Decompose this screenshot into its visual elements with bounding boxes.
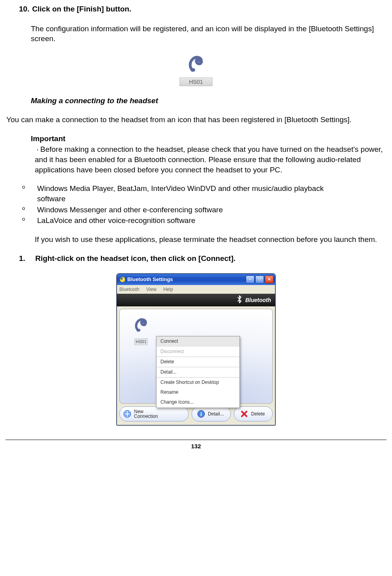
step-10-heading: 10. Click on the [Finish] button. bbox=[19, 4, 389, 14]
svg-text:i: i bbox=[200, 411, 202, 417]
step-1-text: Right-click on the headset icon, then cl… bbox=[35, 254, 236, 263]
context-menu-disconnect: Disconnect bbox=[156, 347, 239, 357]
new-connection-button[interactable]: New Connection bbox=[119, 406, 188, 421]
svg-point-1 bbox=[120, 277, 125, 282]
step-10-title: Click on the [Finish] button. bbox=[32, 5, 131, 13]
headset-icon bbox=[186, 53, 206, 73]
important-heading: Important bbox=[31, 134, 389, 144]
device-item-label: HS01 bbox=[134, 338, 148, 345]
svg-point-0 bbox=[190, 68, 195, 72]
detail-button[interactable]: i Detail... bbox=[192, 406, 231, 421]
device-area[interactable]: HS01 Connect Disconnect Delete Detail...… bbox=[119, 309, 273, 404]
menu-bluetooth[interactable]: Bluetooth bbox=[119, 287, 139, 292]
menu-help[interactable]: Help bbox=[163, 287, 173, 292]
delete-icon bbox=[240, 410, 249, 418]
new-connection-icon bbox=[123, 410, 132, 418]
context-menu-detail[interactable]: Detail... bbox=[156, 367, 239, 377]
context-menu: Connect Disconnect Delete Detail... Crea… bbox=[156, 336, 240, 408]
close-button[interactable]: ✕ bbox=[265, 276, 273, 283]
list-item: oLaLaVoice and other voice-recognition s… bbox=[22, 215, 389, 226]
bluetooth-banner: Bluetooth bbox=[117, 294, 275, 306]
headset-icon bbox=[132, 315, 150, 333]
step-1-heading: 1. Right-click on the headset icon, then… bbox=[19, 253, 389, 264]
svg-point-2 bbox=[121, 278, 123, 280]
list-item: oWindows Media Player, BeatJam, InterVid… bbox=[22, 183, 389, 204]
footer-rule bbox=[6, 440, 386, 440]
list-item: oWindows Messenger and other e-conferenc… bbox=[22, 205, 389, 215]
important-text: Before making a connection to the headse… bbox=[35, 145, 383, 174]
application-list: oWindows Media Player, BeatJam, InterVid… bbox=[3, 183, 389, 226]
window-titlebar[interactable]: Bluetooth Settings – □ ✕ bbox=[117, 274, 275, 285]
step-1-number: 1. bbox=[19, 253, 33, 264]
bluetooth-banner-text: Bluetooth bbox=[245, 296, 271, 304]
page-number: 132 bbox=[3, 442, 389, 450]
context-menu-rename[interactable]: Rename bbox=[156, 387, 239, 397]
section-heading-connecting: Making a connecting to the headset bbox=[31, 96, 389, 106]
menu-view[interactable]: View bbox=[146, 287, 156, 292]
device-item-hs01[interactable]: HS01 bbox=[128, 315, 154, 346]
info-icon: i bbox=[197, 410, 205, 418]
circle-bullet-icon: o bbox=[22, 215, 37, 223]
list-item-text: Windows Messenger and other e-conferenci… bbox=[37, 205, 337, 215]
delete-button[interactable]: Delete bbox=[234, 406, 273, 421]
context-menu-connect[interactable]: Connect bbox=[156, 336, 239, 346]
circle-bullet-icon: o bbox=[22, 205, 37, 212]
important-after-text: If you wish to use these applications, p… bbox=[35, 234, 389, 245]
bullet-icon: ・ bbox=[35, 146, 40, 154]
bluetooth-settings-window: Bluetooth Settings – □ ✕ Bluetooth View … bbox=[117, 274, 275, 425]
important-body: ・Before making a connection to the heads… bbox=[35, 144, 389, 175]
bluetooth-icon bbox=[236, 295, 243, 306]
delete-button-label: Delete bbox=[251, 411, 265, 417]
step-10-body: The configuration information will be re… bbox=[31, 24, 389, 44]
registered-device-icon: HS01 bbox=[3, 53, 389, 87]
list-item-text: Windows Media Player, BeatJam, InterVide… bbox=[37, 183, 337, 204]
circle-bullet-icon: o bbox=[22, 183, 37, 191]
svg-point-3 bbox=[136, 329, 140, 332]
context-menu-delete[interactable]: Delete bbox=[156, 357, 239, 367]
step-10-number: 10. bbox=[19, 4, 30, 14]
section-body-connecting: You can make a connection to the headset… bbox=[6, 115, 386, 125]
menu-bar: Bluetooth View Help bbox=[117, 285, 275, 294]
app-icon bbox=[119, 276, 126, 283]
minimize-button[interactable]: – bbox=[246, 276, 254, 283]
context-menu-change-icons[interactable]: Change Icons... bbox=[156, 397, 239, 407]
list-item-text: LaLaVoice and other voice-recognition so… bbox=[37, 215, 337, 226]
new-connection-label-2: Connection bbox=[134, 414, 158, 419]
detail-button-label: Detail... bbox=[208, 411, 224, 417]
registered-device-label: HS01 bbox=[179, 77, 213, 87]
context-menu-create-shortcut[interactable]: Create Shortcut on Desktop bbox=[156, 378, 239, 387]
window-title: Bluetooth Settings bbox=[127, 276, 173, 283]
maximize-button[interactable]: □ bbox=[255, 276, 264, 283]
